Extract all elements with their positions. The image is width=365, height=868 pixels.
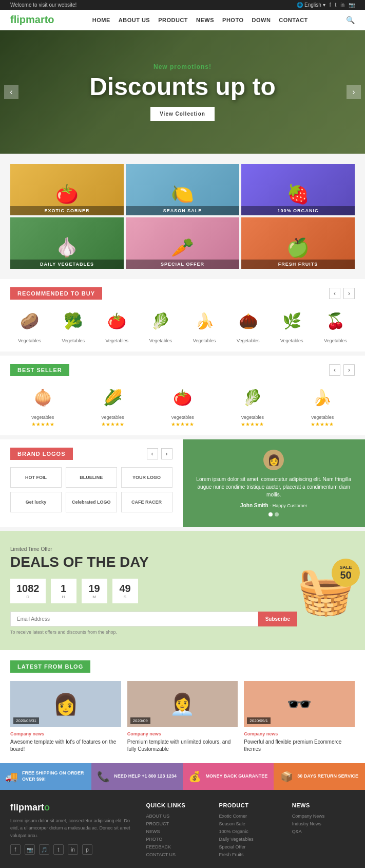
- search-icon-button[interactable]: 🔍: [346, 16, 355, 24]
- hero-arrow-right[interactable]: ›: [347, 85, 361, 99]
- footer-product-daily[interactable]: Daily Vegetables: [219, 837, 282, 842]
- footer-product-special[interactable]: Special Offer: [219, 844, 282, 849]
- recommended-header: RECOMMENDED TO BUY ‹ ›: [10, 287, 355, 300]
- footer-product-links: PRODUCT Exotic Corner Season Sale 100% O…: [219, 802, 282, 860]
- nav-contact[interactable]: CONTACT: [279, 17, 308, 23]
- product-item[interactable]: 🌰 Vegetables: [229, 307, 267, 343]
- footer-ig-icon[interactable]: 📷: [25, 844, 35, 855]
- product-item[interactable]: 🥬 Vegetables: [141, 307, 180, 343]
- product-item[interactable]: 🍒 Vegetables: [316, 307, 355, 343]
- footer-tw-icon[interactable]: t: [53, 844, 64, 855]
- bestseller-product-item[interactable]: 🍅 Vegetables ★★★★★: [150, 383, 215, 427]
- nav-news[interactable]: NEWS: [196, 17, 214, 23]
- nav-about[interactable]: ABOUT US: [119, 17, 150, 23]
- navigation: HOME ABOUT US PRODUCT NEWS PHOTO DOWN CO…: [92, 17, 308, 23]
- category-season[interactable]: 🍋 SEASON SALE: [126, 164, 239, 215]
- bestseller-product-item[interactable]: 🧅 Vegetables ★★★★★: [10, 383, 75, 427]
- bestseller-prev-btn[interactable]: ‹: [329, 364, 340, 376]
- bestseller-header: BEST SELLER ‹ ›: [10, 364, 355, 376]
- email-input[interactable]: [10, 612, 258, 626]
- bestseller-product-item[interactable]: 🍌 Vegetables ★★★★★: [290, 383, 355, 427]
- bestseller-nav: ‹ ›: [329, 364, 355, 376]
- footer-product-organic[interactable]: 100% Organic: [219, 829, 282, 834]
- product-item[interactable]: 🥔 Vegetables: [10, 307, 49, 343]
- exotic-label: EXOTIC CORNER: [10, 206, 124, 215]
- category-fresh[interactable]: 🍏 FRESH FRUITS: [241, 217, 355, 269]
- brand-logo-4[interactable]: Celebrated LOGO: [66, 492, 117, 512]
- feature-shipping-text: FREE SHIPPING ON ORDER OVER $99!: [22, 770, 86, 782]
- nav-photo[interactable]: PHOTO: [222, 17, 243, 23]
- footer-product-exotic[interactable]: Exotic Corner: [219, 814, 282, 819]
- category-special[interactable]: 🥕 SPECIAL OFFER: [126, 217, 239, 269]
- social-in[interactable]: in: [340, 2, 344, 8]
- social-ig[interactable]: 📷: [349, 2, 355, 8]
- view-collection-button[interactable]: View Collection: [150, 107, 215, 121]
- footer-link-photo[interactable]: PHOTO: [146, 837, 208, 842]
- footer-about: flipmarto Lorem ipsum dolor sit amet, co…: [10, 802, 136, 860]
- footer-fb-icon[interactable]: f: [10, 844, 21, 855]
- social-fb[interactable]: f: [330, 2, 331, 8]
- product-stars: ★★★★★: [290, 421, 355, 427]
- blog-card-1[interactable]: 👩‍💼 2020/09 Company news Premium templat…: [127, 681, 238, 753]
- footer-link-about[interactable]: ABOUT US: [146, 814, 208, 819]
- bestseller-product-item[interactable]: 🥬 Vegetables ★★★★★: [220, 383, 285, 427]
- phone-icon: 📞: [97, 770, 110, 783]
- brand-logo-2[interactable]: YOUR LOGO: [121, 467, 172, 488]
- category-exotic[interactable]: 🍅 EXOTIC CORNER: [10, 164, 124, 215]
- footer-pin-icon[interactable]: p: [82, 844, 92, 855]
- blog-card-0[interactable]: 👩 2020/08/31 Company news Awesome templa…: [10, 681, 121, 753]
- footer-news-qa[interactable]: Q&A: [292, 829, 355, 834]
- deals-right: SALE 50 🧺: [297, 564, 355, 618]
- category-organic[interactable]: 🍓 100% ORGANIC: [241, 164, 355, 215]
- nav-product[interactable]: PRODUCT: [158, 17, 188, 23]
- brands-section: BRAND LOGOS ‹ › HOT FOIL BLUELINE YOUR L…: [0, 439, 365, 527]
- footer-news-company[interactable]: Company News: [292, 814, 355, 819]
- footer-product-season[interactable]: Season Sale: [219, 821, 282, 826]
- dot-2[interactable]: [275, 512, 279, 516]
- hero-arrow-left[interactable]: ‹: [4, 85, 18, 99]
- brand-logo-3[interactable]: Get lucky: [10, 492, 62, 512]
- timer-hours-label: H: [57, 595, 70, 599]
- nav-down[interactable]: DOWN: [252, 17, 271, 23]
- footer-link-news[interactable]: NEWS: [146, 829, 208, 834]
- product-img: 🍒: [320, 307, 351, 335]
- footer-link-contact[interactable]: CONTACT US: [146, 852, 208, 857]
- brands-left: BRAND LOGOS ‹ › HOT FOIL BLUELINE YOUR L…: [0, 439, 183, 527]
- testimonial-text: Lorem ipsum dolor sit amet, consectetur …: [193, 475, 355, 498]
- brand-logo-1[interactable]: BLUELINE: [66, 467, 117, 488]
- deals-section: Limited Time Offer DEALS OF THE DAY 1082…: [0, 531, 365, 650]
- bestseller-next-btn[interactable]: ›: [343, 364, 355, 376]
- brands-next-btn[interactable]: ›: [161, 448, 172, 459]
- category-daily[interactable]: 🧄 DAILY VEGETABLES: [10, 217, 124, 269]
- product-item[interactable]: 🥦 Vegetables: [54, 307, 92, 343]
- product-label: Vegetables: [141, 338, 180, 343]
- dot-1[interactable]: [268, 512, 273, 516]
- daily-label: DAILY VEGETABLES: [10, 260, 124, 269]
- footer-product-fresh[interactable]: Fresh Fruits: [219, 852, 282, 857]
- product-item[interactable]: 🍌 Vegetables: [185, 307, 224, 343]
- blog-date-1: 2020/09: [130, 717, 150, 724]
- brands-prev-btn[interactable]: ‹: [147, 448, 158, 459]
- brand-logo-5[interactable]: CAFE RACER: [121, 492, 172, 512]
- nav-home[interactable]: HOME: [92, 17, 110, 23]
- recommended-next-btn[interactable]: ›: [343, 288, 355, 299]
- subscribe-button[interactable]: Subscribe: [258, 612, 297, 626]
- product-label: Vegetables: [273, 338, 311, 343]
- brand-logo-0[interactable]: HOT FOIL: [10, 467, 62, 488]
- recommended-prev-btn[interactable]: ‹: [329, 288, 340, 299]
- blog-card-2[interactable]: 🕶️ 2020/09/1 Company news Powerful and f…: [244, 681, 355, 753]
- return-icon: 📦: [280, 770, 293, 783]
- footer-news-industry[interactable]: Industry News: [292, 821, 355, 826]
- product-item[interactable]: 🍅 Vegetables: [98, 307, 136, 343]
- footer-in-icon[interactable]: in: [68, 844, 78, 855]
- social-tw[interactable]: t: [335, 2, 336, 8]
- product-item[interactable]: 🌿 Vegetables: [273, 307, 311, 343]
- bestseller-product-item[interactable]: 🌽 Vegetables ★★★★★: [80, 383, 145, 427]
- language-selector[interactable]: 🌐 English ▾: [297, 2, 325, 8]
- bestseller-section: BEST SELLER ‹ › 🧅 Vegetables ★★★★★ 🌽 Veg…: [0, 356, 365, 435]
- footer-link-product[interactable]: PRODUCT: [146, 821, 208, 826]
- footer-tiktok-icon[interactable]: 🎵: [39, 844, 49, 855]
- hero-title: Discounts up to: [89, 73, 276, 101]
- logo[interactable]: flipmarto: [10, 14, 54, 26]
- footer-link-feedback[interactable]: FEEDBACK: [146, 844, 208, 849]
